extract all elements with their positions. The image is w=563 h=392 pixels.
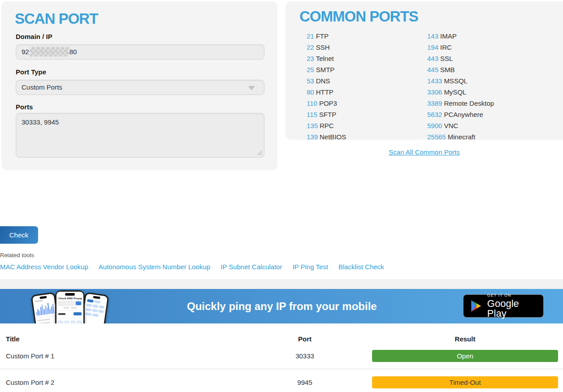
table-row: Custom Port # 1 30333 Open	[0, 343, 563, 369]
related-tool-link[interactable]: Blacklist Check	[338, 263, 384, 271]
mini-tool-grid	[58, 318, 82, 323]
google-play-badge-bottom-text: Google Play	[487, 299, 537, 319]
port-name: NetBIOS	[320, 133, 346, 141]
phone-mockups-image: Check DNS Propagation	[30, 289, 113, 323]
port-number-link[interactable]: 25	[307, 66, 314, 73]
common-port-item: 139NetBIOS	[307, 131, 427, 142]
common-port-item: 445SMB	[427, 64, 562, 75]
port-name: HTTP	[316, 88, 333, 96]
port-name: SMTP	[316, 66, 335, 73]
common-port-item: 80HTTP	[307, 86, 427, 98]
port-name: DNS	[316, 77, 330, 85]
scan-all-wrapper: Scan All Common Ports	[286, 148, 563, 156]
port-number-link[interactable]: 22	[307, 43, 314, 51]
resize-handle-icon[interactable]	[257, 150, 262, 155]
port-number-link[interactable]: 110	[307, 99, 317, 107]
port-number-link[interactable]: 80	[307, 88, 314, 96]
common-port-item: 135RPC	[307, 120, 427, 131]
port-number-link[interactable]: 135	[307, 122, 318, 129]
port-number-link[interactable]: 115	[307, 111, 317, 118]
common-port-item: 53DNS	[307, 75, 427, 86]
phone-notch	[39, 296, 47, 299]
port-name: Remote Desktop	[444, 99, 494, 107]
related-tool-link[interactable]: Autonomous System Number Lookup	[99, 263, 210, 271]
header-result: Result	[372, 335, 563, 343]
common-port-item: 194IRC	[427, 42, 562, 53]
google-play-badge[interactable]: GET IT ON Google Play	[463, 294, 544, 318]
common-port-item: 143IMAP	[427, 30, 562, 42]
header-port: Port	[238, 335, 372, 343]
port-name: IRC	[440, 43, 452, 51]
port-number-link[interactable]: 139	[307, 133, 318, 141]
port-name: POP3	[319, 99, 337, 107]
table-row: Custom Port # 2 9945 Timed-Out	[0, 369, 563, 392]
common-port-item: 3389Remote Desktop	[427, 98, 562, 109]
common-port-item: 23Telnet	[307, 53, 427, 64]
port-number-link[interactable]: 143	[427, 32, 438, 40]
port-name: RPC	[320, 122, 334, 129]
scan-port-panel: SCAN PORT Domain / IP 9280 Port Type Cus…	[1, 1, 277, 170]
port-number-link[interactable]: 1433	[427, 77, 442, 85]
port-name: FTP	[316, 32, 329, 40]
domain-value-prefix: 92	[22, 48, 29, 56]
domain-ip-input[interactable]: 9280	[16, 44, 264, 60]
port-number-link[interactable]: 3389	[427, 99, 442, 107]
result-title-cell: Custom Port # 2	[0, 379, 238, 386]
banner-headline: Quickly ping any IP from your mobile	[187, 300, 377, 313]
domain-ip-label: Domain / IP	[16, 33, 52, 40]
phone-notch	[93, 296, 100, 299]
status-badge: Timed-Out	[372, 376, 558, 388]
port-name: Telnet	[316, 55, 334, 62]
port-number-link[interactable]: 3306	[427, 88, 442, 96]
port-name: MySQL	[444, 88, 466, 96]
status-badge: Open	[372, 350, 558, 362]
check-button[interactable]: Check	[0, 226, 38, 244]
port-type-select[interactable]: Custom Ports	[16, 80, 264, 95]
common-port-item: 22SSH	[307, 42, 427, 53]
result-badge-cell: Timed-Out	[372, 376, 563, 388]
port-name: VNC	[444, 122, 458, 129]
common-port-item: 25SMTP	[307, 64, 427, 75]
port-number-link[interactable]: 443	[427, 55, 438, 62]
chevron-down-icon	[248, 86, 255, 90]
results-table-body: Custom Port # 1 30333 Open Custom Port #…	[0, 343, 563, 392]
domain-value-suffix: 80	[69, 48, 77, 56]
redacted-ip-segment	[30, 47, 69, 56]
port-number-link[interactable]: 25565	[427, 133, 446, 141]
common-port-item: 3306MySQL	[427, 86, 562, 98]
common-port-item: 21FTP	[307, 30, 427, 42]
related-tools-label: Related tools	[0, 252, 34, 258]
common-port-item: 110POP3	[307, 98, 427, 109]
related-tool-link[interactable]: IP Ping Test	[292, 263, 328, 271]
common-port-item: 1433MSSQL	[427, 75, 562, 86]
port-number-link[interactable]: 53	[307, 77, 314, 85]
port-type-label: Port Type	[16, 68, 46, 76]
header-title: Title	[0, 335, 238, 343]
related-tool-link[interactable]: IP Subnet Calculator	[221, 263, 282, 271]
port-type-selected-value: Custom Ports	[22, 83, 62, 91]
port-name: PCAnywhere	[444, 111, 483, 118]
port-number-link[interactable]: 194	[427, 43, 438, 51]
mini-form	[85, 299, 105, 318]
common-ports-panel: COMMON PORTS 21FTP 22SSH 23Telnet 25SMTP	[286, 1, 563, 140]
port-number-link[interactable]: 21	[307, 32, 314, 40]
phone-notch	[65, 293, 75, 296]
ports-textarea[interactable]: 30333, 9945	[16, 113, 264, 158]
port-number-link[interactable]: 23	[307, 55, 314, 62]
results-table-header: Title Port Result	[0, 323, 563, 343]
results-table: Title Port Result Custom Port # 1 30333 …	[0, 323, 563, 392]
scan-all-common-ports-link[interactable]: Scan All Common Ports	[389, 148, 459, 156]
ports-label: Ports	[16, 103, 33, 111]
common-port-item: 5632PCAnywhere	[427, 109, 562, 120]
port-number-link[interactable]: 5632	[427, 111, 442, 118]
related-tool-link[interactable]: MAC Address Vendor Lookup	[0, 263, 88, 271]
port-name: IMAP	[440, 32, 457, 40]
port-number-link[interactable]: 445	[427, 66, 438, 73]
scan-port-title: SCAN PORT	[15, 10, 98, 27]
port-name: MSSQL	[444, 77, 468, 85]
phone-screen: Check DNS Propagation	[56, 292, 83, 323]
port-number-link[interactable]: 5900	[427, 122, 442, 129]
google-play-badge-top-text: GET IT ON	[487, 293, 537, 297]
common-port-item: 5900VNC	[427, 120, 562, 131]
google-play-icon	[470, 299, 482, 313]
